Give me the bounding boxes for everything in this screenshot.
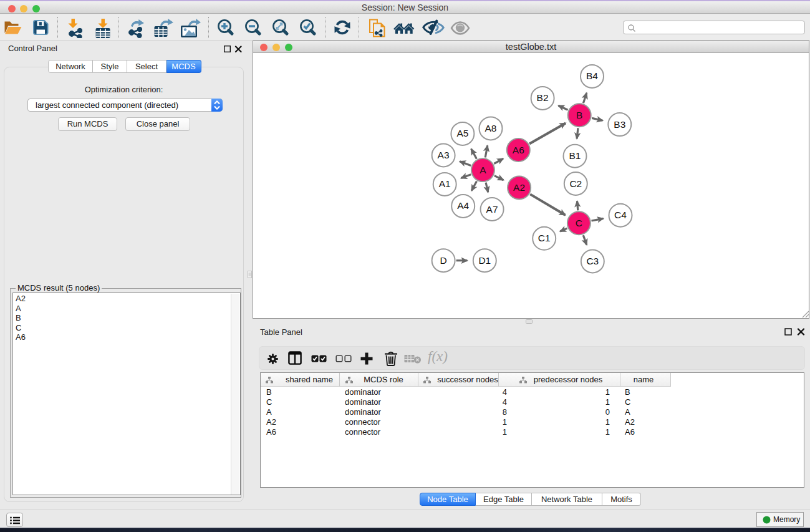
svg-text:B4: B4	[586, 70, 598, 81]
svg-text:C4: C4	[614, 210, 627, 220]
svg-text:A6: A6	[513, 145, 524, 155]
svg-text:D: D	[440, 255, 446, 266]
svg-text:A4: A4	[457, 200, 469, 211]
svg-text:A1: A1	[439, 178, 451, 189]
svg-text:B1: B1	[569, 150, 581, 161]
svg-text:B3: B3	[614, 119, 625, 130]
svg-text:B: B	[576, 110, 582, 120]
svg-text:A7: A7	[486, 204, 498, 215]
svg-text:C3: C3	[586, 256, 599, 266]
svg-text:A2: A2	[513, 182, 525, 193]
svg-text:D1: D1	[478, 255, 491, 266]
svg-text:A8: A8	[485, 123, 497, 133]
svg-text:A: A	[480, 165, 486, 175]
svg-text:C: C	[576, 218, 582, 228]
svg-text:A5: A5	[456, 128, 468, 138]
svg-text:C2: C2	[569, 178, 582, 189]
svg-text:C1: C1	[538, 233, 551, 243]
svg-text:B2: B2	[537, 92, 549, 103]
svg-text:A3: A3	[438, 150, 450, 160]
